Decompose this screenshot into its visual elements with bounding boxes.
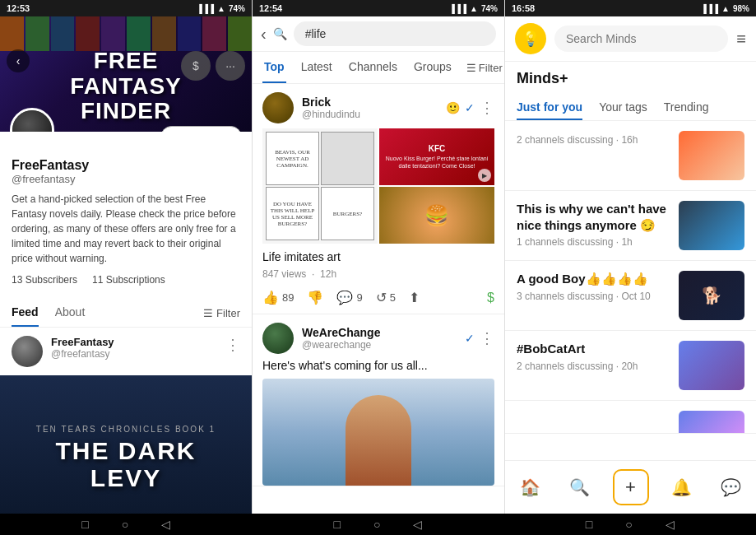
- subscribe-button[interactable]: Subscribed: [160, 126, 242, 132]
- post1-views: 847 views: [262, 268, 306, 280]
- tab-for-you[interactable]: Just for you: [517, 95, 582, 120]
- avatar-image: [12, 110, 52, 132]
- nav-notifications-button[interactable]: 🔔: [657, 461, 707, 514]
- post-more-button[interactable]: ⋮: [225, 336, 240, 367]
- book-title-2: LEVY: [90, 464, 161, 491]
- logo-icon: 💡: [522, 30, 540, 48]
- kfc-advertisement: KFC Nuovo Kiss Burger! Perché stare lont…: [379, 128, 494, 185]
- nav-home-button[interactable]: 🏠: [505, 461, 554, 514]
- circle-nav-button-2[interactable]: ○: [373, 518, 380, 531]
- subscriber-count: 13 Subscribers: [12, 274, 77, 286]
- meme-row-2: DO YOU HAVE THIS WILL HELP US SELL MORE …: [266, 187, 374, 240]
- status-bar-2: 12:54 ▐▐▐ ▲ 74%: [253, 0, 504, 16]
- circle-nav-button[interactable]: ○: [122, 518, 128, 531]
- minds-header: 💡 ≡: [505, 16, 756, 62]
- bottom-navigation: 🏠 🔍 + 🔔 💬: [505, 460, 756, 514]
- back-nav-button-2[interactable]: ◁: [413, 518, 422, 531]
- wifi-icon-3: ▲: [721, 4, 730, 13]
- search-input[interactable]: [294, 21, 496, 46]
- post2-avatar: [262, 323, 294, 354]
- minds-plus-title: Minds+: [505, 62, 756, 92]
- thumb-1: [0, 16, 24, 51]
- post2-header: WeAreChange @wearechange ✓ ⋮: [253, 314, 504, 359]
- more-options-button[interactable]: ···: [216, 51, 245, 81]
- battery-2: 74%: [481, 4, 498, 13]
- share-button[interactable]: ↺ 5: [376, 290, 396, 305]
- topic-3[interactable]: A good Boy👍👍👍👍 3 channels discussing · O…: [505, 261, 756, 331]
- post2-meta: WeAreChange @wearechange: [302, 326, 380, 351]
- upload-button[interactable]: ⬆: [409, 290, 420, 305]
- signal-icon-3: ▐▐▐: [701, 4, 718, 13]
- topic-3-image: 🐕: [679, 271, 744, 320]
- time-3: 16:58: [512, 3, 535, 13]
- tab-about[interactable]: About: [55, 299, 86, 327]
- topic-2[interactable]: This is why we can't have nice things an…: [505, 191, 756, 261]
- subscription-count: 11 Subscriptions: [92, 274, 165, 286]
- kfc-ad-text: Nuovo Kiss Burger! Perché stare lontani …: [383, 155, 491, 170]
- prev-button[interactable]: ‹: [7, 49, 30, 72]
- signal-icon-2: ▐▐▐: [449, 4, 466, 13]
- tab-groups[interactable]: Groups: [412, 52, 453, 83]
- topic-5-image: [679, 411, 744, 434]
- search-icon-p2: 🔍: [273, 27, 287, 40]
- minds-search-input[interactable]: [554, 26, 728, 52]
- topic-4[interactable]: #BobCatArt 2 channels discussing · 20h: [505, 331, 756, 401]
- topic-3-meta: 3 channels discussing · Oct 10: [517, 291, 669, 302]
- back-button[interactable]: ‹: [261, 26, 267, 42]
- video-play-button[interactable]: ▶: [478, 169, 491, 182]
- header-title-line2: FANTASY: [70, 74, 182, 100]
- meme-comic-panel: BEAVIS, OUR NEWEST AD CAMPAIGN. DO YOU H…: [262, 128, 378, 244]
- square-nav-button-2[interactable]: □: [334, 518, 341, 531]
- header-title-line3: FINDER: [70, 99, 182, 124]
- status-icons-2: ▐▐▐ ▲ 74%: [449, 4, 498, 13]
- thumb-9: [202, 16, 226, 51]
- emoji-reaction-icon: 🙂: [446, 101, 460, 114]
- search-filter-button[interactable]: ☰ Filter: [466, 62, 503, 74]
- square-nav-button[interactable]: □: [81, 518, 88, 531]
- post1-actions: 👍 89 👎 💬 9 ↺ 5 ⬆: [253, 285, 504, 314]
- coin-button[interactable]: $: [181, 51, 211, 81]
- tab-channels[interactable]: Channels: [347, 52, 399, 83]
- post2-verified-badge: ✓: [465, 332, 475, 345]
- square-nav-button-3[interactable]: □: [586, 518, 592, 531]
- post2-more-button[interactable]: ⋮: [480, 329, 494, 347]
- circle-nav-button-3[interactable]: ○: [625, 518, 632, 531]
- minds-menu-button[interactable]: ≡: [736, 30, 746, 49]
- meme-cell-2: [321, 132, 374, 185]
- tab-latest[interactable]: Latest: [299, 52, 334, 83]
- topic-1[interactable]: 2 channels discussing · 16h: [505, 121, 756, 191]
- nav-search-button[interactable]: 🔍: [554, 461, 604, 514]
- comment-button[interactable]: 💬 9: [336, 290, 362, 305]
- comment-count: 9: [356, 291, 362, 304]
- like-button[interactable]: 👍 89: [262, 290, 294, 305]
- channel-avatar-wrap: [10, 108, 54, 132]
- filter-icon-2: ☰: [466, 62, 476, 74]
- post-author-handle: @freefantasy: [51, 348, 217, 360]
- person-image: [346, 395, 411, 486]
- tab-top[interactable]: Top: [262, 52, 286, 83]
- nav-messages-button[interactable]: 💬: [707, 461, 756, 514]
- tip-button[interactable]: $: [487, 291, 494, 305]
- tab-trending[interactable]: Trending: [664, 95, 709, 120]
- topic-5[interactable]: [505, 401, 756, 434]
- post1-time: 12h: [320, 268, 336, 280]
- back-nav-button[interactable]: ◁: [161, 518, 170, 531]
- dislike-button[interactable]: 👎: [307, 290, 323, 305]
- tab-feed[interactable]: Feed: [12, 299, 39, 327]
- tab-your-tags[interactable]: Your tags: [599, 95, 647, 120]
- book-main-title: THE DARK LEVY: [56, 437, 197, 491]
- nav-add-button[interactable]: +: [613, 469, 649, 505]
- filter-button[interactable]: ☰ Filter: [203, 307, 240, 319]
- back-nav-button-3[interactable]: ◁: [666, 518, 675, 531]
- post-header: FreeFantasy @freefantasy ⋮: [0, 328, 252, 375]
- post1-more-button[interactable]: ⋮: [480, 99, 494, 117]
- android-nav-bar: □ ○ ◁ □ ○ ◁ □ ○ ◁: [0, 514, 756, 535]
- time-1: 12:53: [7, 3, 30, 13]
- header-nav-buttons: ‹: [0, 49, 252, 72]
- nav-add-container: +: [605, 461, 657, 514]
- thumb-4: [76, 16, 100, 51]
- channel-info: FreeFantasy @freefantasy Get a hand-pick…: [0, 132, 252, 294]
- meme-cell-3: DO YOU HAVE THIS WILL HELP US SELL MORE …: [266, 187, 319, 240]
- android-nav-3: □ ○ ◁: [504, 514, 756, 535]
- post1-header: Brick @hindudindu 🙂 ✓ ⋮: [253, 84, 504, 128]
